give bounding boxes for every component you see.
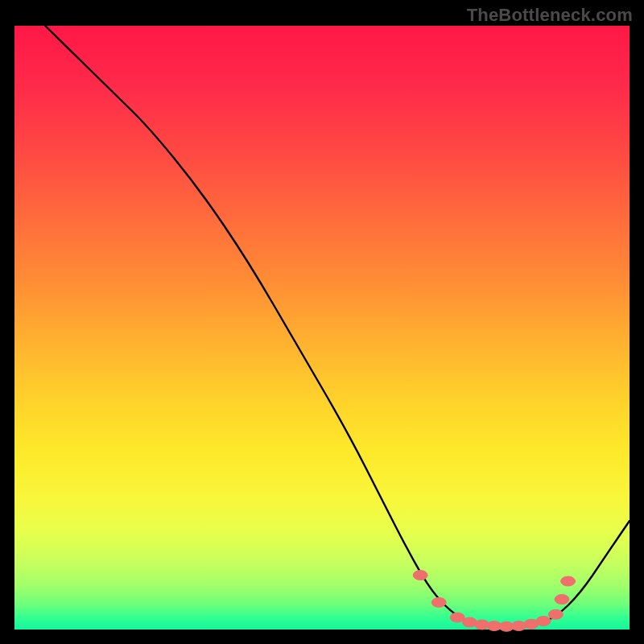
highlight-dots-group bbox=[413, 571, 575, 632]
plot-container bbox=[14, 26, 630, 630]
highlight-dot bbox=[561, 576, 576, 586]
highlight-dot bbox=[431, 597, 446, 607]
highlight-dot bbox=[413, 571, 427, 580]
bottleneck-curve bbox=[14, 26, 630, 630]
highlight-dot bbox=[555, 595, 569, 605]
highlight-dot bbox=[548, 609, 563, 619]
highlight-dot bbox=[536, 617, 551, 626]
chart-frame: TheBottleneck.com bbox=[0, 0, 644, 644]
curve-line bbox=[45, 26, 630, 627]
watermark-text: TheBottleneck.com bbox=[467, 5, 633, 26]
